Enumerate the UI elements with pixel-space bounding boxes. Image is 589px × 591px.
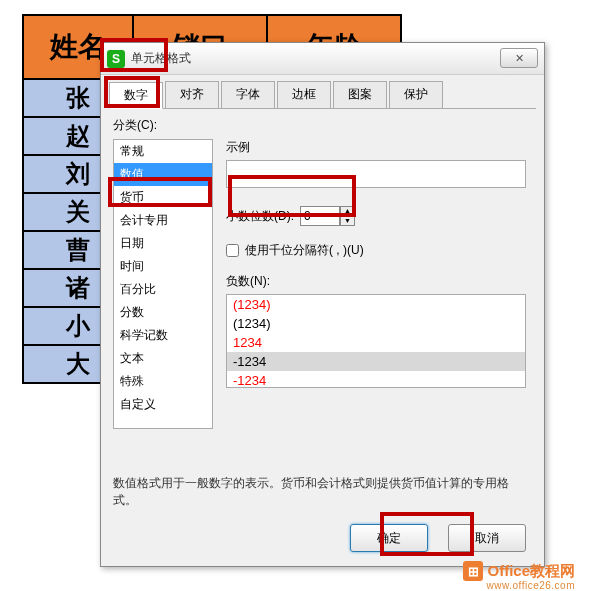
tab-pattern[interactable]: 图案 xyxy=(333,81,387,108)
description-text: 数值格式用于一般数字的表示。货币和会计格式则提供货币值计算的专用格式。 xyxy=(113,475,523,509)
cat-fraction[interactable]: 分数 xyxy=(114,301,212,324)
cat-special[interactable]: 特殊 xyxy=(114,370,212,393)
thousand-label: 使用千位分隔符( , )(U) xyxy=(245,242,364,259)
tabstrip: 数字 对齐 字体 边框 图案 保护 xyxy=(109,81,536,109)
watermark-text: Office教程网 xyxy=(487,562,575,581)
tab-font[interactable]: 字体 xyxy=(221,81,275,108)
format-cells-dialog: S 单元格格式 ✕ 数字 对齐 字体 边框 图案 保护 分类(C): 常规 数值… xyxy=(100,42,545,567)
right-pane: 示例 小数位数(D): ▲ ▼ 使用千位分隔符( , )(U) 负数(N): xyxy=(226,139,526,388)
close-button[interactable]: ✕ xyxy=(500,48,538,68)
tab-number[interactable]: 数字 xyxy=(109,82,163,109)
decimal-spinner[interactable]: ▲ ▼ xyxy=(300,206,355,226)
thousand-row: 使用千位分隔符( , )(U) xyxy=(226,242,526,259)
watermark: ⊞ Office教程网 xyxy=(463,561,575,581)
titlebar[interactable]: S 单元格格式 ✕ xyxy=(101,43,544,75)
negative-label: 负数(N): xyxy=(226,273,526,290)
spin-down-icon[interactable]: ▼ xyxy=(340,216,355,226)
cat-percent[interactable]: 百分比 xyxy=(114,278,212,301)
ok-button[interactable]: 确定 xyxy=(350,524,428,552)
decimal-input[interactable] xyxy=(300,206,340,226)
decimal-label: 小数位数(D): xyxy=(226,208,294,225)
neg-option[interactable]: (1234) xyxy=(227,314,525,333)
neg-option[interactable]: -1234 xyxy=(227,371,525,388)
decimal-row: 小数位数(D): ▲ ▼ xyxy=(226,206,526,226)
cancel-button[interactable]: 取消 xyxy=(448,524,526,552)
cat-general[interactable]: 常规 xyxy=(114,140,212,163)
tab-align[interactable]: 对齐 xyxy=(165,81,219,108)
example-box xyxy=(226,160,526,188)
button-row: 确定 取消 xyxy=(350,524,526,552)
neg-option[interactable]: 1234 xyxy=(227,333,525,352)
cat-date[interactable]: 日期 xyxy=(114,232,212,255)
example-label: 示例 xyxy=(226,139,526,156)
app-icon: S xyxy=(107,50,125,68)
cat-time[interactable]: 时间 xyxy=(114,255,212,278)
cat-number[interactable]: 数值 xyxy=(114,163,212,186)
tab-border[interactable]: 边框 xyxy=(277,81,331,108)
category-list[interactable]: 常规 数值 货币 会计专用 日期 时间 百分比 分数 科学记数 文本 特殊 自定… xyxy=(113,139,213,429)
dialog-body: 分类(C): 常规 数值 货币 会计专用 日期 时间 百分比 分数 科学记数 文… xyxy=(101,109,544,519)
close-icon: ✕ xyxy=(515,52,524,65)
cat-currency[interactable]: 货币 xyxy=(114,186,212,209)
tab-protect[interactable]: 保护 xyxy=(389,81,443,108)
neg-option[interactable]: -1234 xyxy=(227,352,525,371)
spin-up-icon[interactable]: ▲ xyxy=(340,206,355,216)
cat-text[interactable]: 文本 xyxy=(114,347,212,370)
neg-option[interactable]: (1234) xyxy=(227,295,525,314)
dialog-title: 单元格格式 xyxy=(131,50,191,67)
watermark-url: www.office26.com xyxy=(487,580,575,591)
category-label: 分类(C): xyxy=(113,117,532,134)
negative-list[interactable]: (1234) (1234) 1234 -1234 -1234 xyxy=(226,294,526,388)
cat-scientific[interactable]: 科学记数 xyxy=(114,324,212,347)
office-icon: ⊞ xyxy=(463,561,483,581)
cat-accounting[interactable]: 会计专用 xyxy=(114,209,212,232)
thousand-checkbox[interactable] xyxy=(226,244,239,257)
cat-custom[interactable]: 自定义 xyxy=(114,393,212,416)
